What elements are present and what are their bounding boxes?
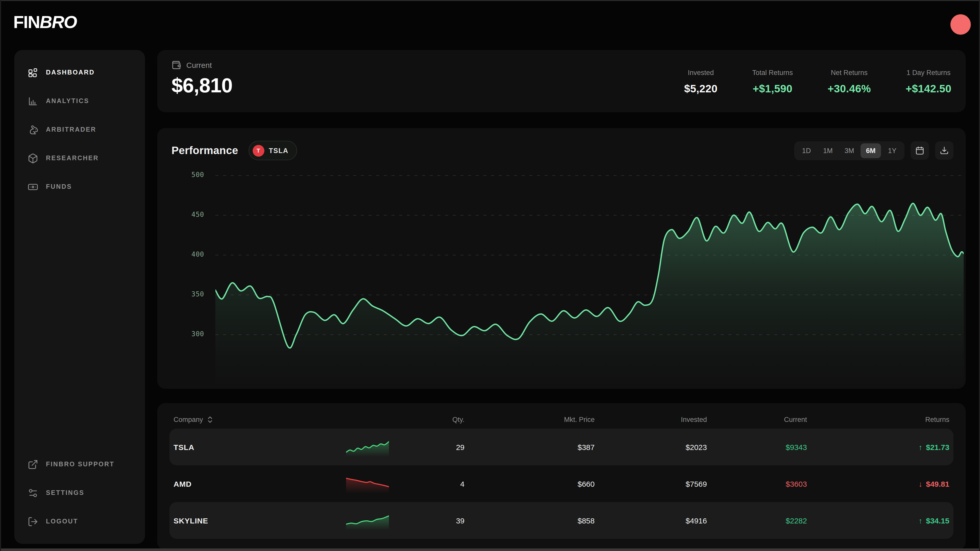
analytics-icon xyxy=(27,96,38,106)
stat-net-returns: Net Returns +30.46% xyxy=(828,68,871,95)
calendar-icon xyxy=(915,146,924,155)
sidebar-item-funds[interactable]: FUNDS xyxy=(27,179,132,194)
cell-company: AMD xyxy=(169,479,346,488)
cell-qty: 39 xyxy=(393,516,465,525)
y-axis-labels: 500450400350300 xyxy=(178,163,209,388)
sliders-icon xyxy=(27,487,38,498)
avatar[interactable] xyxy=(950,14,971,35)
cube-icon xyxy=(27,153,38,164)
stat-label: 1 Day Returns xyxy=(907,68,951,76)
window-edge-top xyxy=(0,0,980,1)
cell-mkt-price: $387 xyxy=(465,443,595,451)
performance-tools: 1D1M3M6M1Y xyxy=(794,141,953,160)
cell-returns: ↑$34.15 xyxy=(807,516,953,525)
stat-value: +30.46% xyxy=(828,83,871,95)
summary-stats: Invested $5,220Total Returns +$1,590Net … xyxy=(684,60,955,103)
table-row-amd[interactable]: AMD 4$660$7569$3603 ↓$49.81 xyxy=(169,465,953,502)
sidebar-item-arbitrader[interactable]: ARBITRADER xyxy=(27,122,132,137)
holdings-card: Company Qty. Mkt. Price Invested Current… xyxy=(157,403,966,550)
sidebar-item-label: DASHBOARD xyxy=(46,69,95,76)
returns-arrow-icon: ↑ xyxy=(918,443,922,451)
cell-returns: ↑$21.73 xyxy=(807,443,953,451)
stat-1-day-returns: 1 Day Returns +$142.50 xyxy=(905,68,951,95)
calendar-button[interactable] xyxy=(911,141,929,160)
cell-invested: $4916 xyxy=(595,516,707,525)
sort-icon xyxy=(207,416,213,423)
ticker-symbol: TSLA xyxy=(269,147,288,154)
range-button-1d[interactable]: 1D xyxy=(796,143,817,158)
current-value: $6,810 xyxy=(172,74,232,97)
dashboard-icon xyxy=(27,67,38,78)
y-tick-400: 400 xyxy=(191,251,204,258)
table-header: Company Qty. Mkt. Price Invested Current… xyxy=(169,410,953,429)
brand-logo: FINBRO xyxy=(13,12,77,32)
cell-invested: $2023 xyxy=(595,443,707,451)
column-company[interactable]: Company xyxy=(169,416,346,423)
cell-returns: ↓$49.81 xyxy=(807,479,953,488)
range-button-6m[interactable]: 6M xyxy=(861,143,881,158)
sidebar-item-finbro-support[interactable]: FINBRO SUPPORT xyxy=(27,457,132,472)
cell-company: SKYLINE xyxy=(169,516,346,525)
sidebar-item-dashboard[interactable]: DASHBOARD xyxy=(27,65,132,79)
area-chart xyxy=(215,163,964,388)
wallet-icon xyxy=(172,60,181,70)
table-row-skyline[interactable]: SKYLINE 39$858$4916$2282 ↑$34.15 xyxy=(169,502,953,539)
stat-value: +$1,590 xyxy=(752,83,792,95)
main-content: Current $6,810 Invested $5,220Total Retu… xyxy=(157,50,966,550)
download-button[interactable] xyxy=(935,141,953,160)
cell-trend xyxy=(346,511,393,530)
sidebar-item-logout[interactable]: LOGOUT xyxy=(27,514,132,529)
sidebar-item-label: RESEARCHER xyxy=(46,155,99,162)
sidebar-item-analytics[interactable]: ANALYTICS xyxy=(27,94,132,108)
stat-invested: Invested $5,220 xyxy=(684,68,718,95)
y-tick-450: 450 xyxy=(191,211,204,218)
top-bar: FINBRO xyxy=(0,0,980,49)
wallet-icon xyxy=(172,60,181,70)
stat-label: Total Returns xyxy=(752,68,793,76)
y-tick-500: 500 xyxy=(191,171,204,179)
sidebar-item-settings[interactable]: SETTINGS xyxy=(27,486,132,500)
y-tick-300: 300 xyxy=(191,330,204,338)
performance-chart xyxy=(215,163,964,388)
cell-mkt-price: $858 xyxy=(465,516,595,525)
table-body: TSLA 29$387$2023$9343 ↑$21.73AMD 4$660$7… xyxy=(169,429,953,539)
cell-trend xyxy=(346,437,393,457)
current-label: Current xyxy=(186,61,212,69)
sidebar-item-label: SETTINGS xyxy=(46,489,84,496)
ticker-badge-icon: T xyxy=(252,144,264,156)
cell-qty: 29 xyxy=(393,443,465,451)
range-button-1y[interactable]: 1Y xyxy=(882,143,902,158)
sidebar-item-label: ANALYTICS xyxy=(46,97,89,105)
cell-qty: 4 xyxy=(393,479,465,488)
cell-current: $3603 xyxy=(707,479,807,488)
performance-card: Performance T TSLA 1D1M3M6M1Y 5004504003… xyxy=(157,128,966,389)
sparkline-up-icon xyxy=(346,511,389,530)
sidebar: DASHBOARDANALYTICSARBITRADERRESEARCHERFU… xyxy=(14,50,145,544)
stat-value: +$142.50 xyxy=(905,83,951,95)
sparkline-down-icon xyxy=(346,474,389,493)
column-returns: Returns xyxy=(807,416,953,423)
y-tick-350: 350 xyxy=(191,290,204,298)
cell-current: $2282 xyxy=(707,516,807,525)
sidebar-item-label: LOGOUT xyxy=(46,518,78,525)
cell-invested: $7569 xyxy=(595,479,707,488)
sparkline-up-icon xyxy=(346,437,389,457)
external-link-icon xyxy=(27,459,38,470)
summary-card: Current $6,810 Invested $5,220Total Retu… xyxy=(157,50,966,112)
window-edge-right xyxy=(979,0,980,551)
table-row-tsla[interactable]: TSLA 29$387$2023$9343 ↑$21.73 xyxy=(169,429,953,465)
performance-header: Performance T TSLA 1D1M3M6M1Y xyxy=(172,140,953,161)
performance-title: Performance xyxy=(172,144,238,157)
rabbit-icon xyxy=(27,124,38,135)
stat-label: Net Returns xyxy=(831,68,868,76)
window-edge-bottom xyxy=(0,548,980,551)
sidebar-item-label: FUNDS xyxy=(46,183,72,190)
app-window: FINBRO DASHBOARDANALYTICSARBITRADERRESEA… xyxy=(0,0,980,551)
range-button-3m[interactable]: 3M xyxy=(839,143,859,158)
sidebar-item-researcher[interactable]: RESEARCHER xyxy=(27,151,132,165)
banknote-icon xyxy=(27,181,38,192)
stat-label: Invested xyxy=(688,68,714,76)
ticker-chip[interactable]: T TSLA xyxy=(248,141,297,160)
range-button-1m[interactable]: 1M xyxy=(818,143,838,158)
stat-total-returns: Total Returns +$1,590 xyxy=(752,68,793,95)
